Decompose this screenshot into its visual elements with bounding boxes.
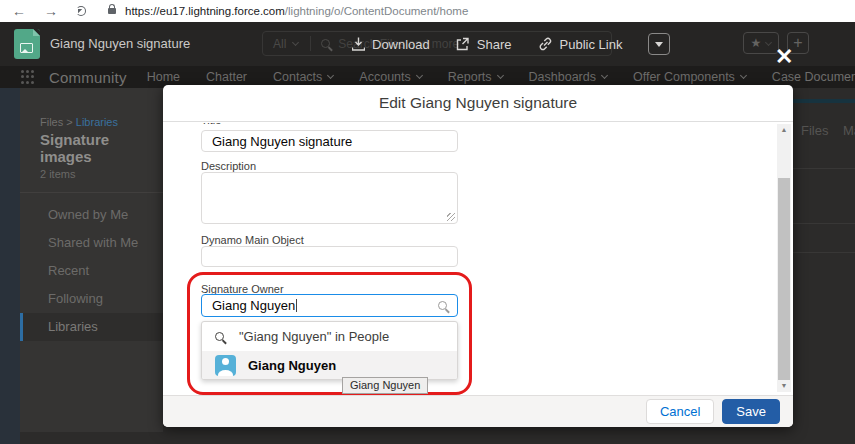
- page-left-gutter: [0, 88, 20, 444]
- nav-tab-case-documents[interactable]: Case Documents: [772, 70, 855, 84]
- table-row-divider: [793, 252, 855, 253]
- title-field-label-clipped: Title: [201, 123, 321, 126]
- image-file-icon: [14, 29, 40, 59]
- modal-title: Edit Giang Nguyen signature: [379, 94, 577, 112]
- star-icon: ★: [751, 36, 762, 50]
- nav-tab-home[interactable]: Home: [147, 70, 180, 84]
- lookup-dropdown: "Giang Nguyen" in People Giang Nguyen: [201, 321, 458, 380]
- public-link-button[interactable]: Public Link: [538, 37, 623, 52]
- modal-scrollbar[interactable]: ▲ ▼: [777, 124, 791, 392]
- search-icon: [438, 301, 447, 310]
- files-filter-list: Owned by Me Shared with Me Recent Follow…: [20, 201, 163, 341]
- chevron-down-icon: [601, 72, 608, 79]
- save-button[interactable]: Save: [722, 399, 780, 424]
- chevron-down-icon: [416, 72, 423, 79]
- chevron-down-icon: [740, 72, 747, 79]
- background-tab-files[interactable]: Files: [801, 123, 828, 138]
- search-scope-label[interactable]: All: [273, 37, 286, 51]
- reload-icon[interactable]: [76, 6, 86, 16]
- nav-tab-chatter[interactable]: Chatter: [206, 70, 247, 84]
- sidebar-item-libraries[interactable]: Libraries: [20, 313, 163, 341]
- hover-tooltip: Giang Nguyen: [342, 377, 428, 394]
- address-bar[interactable]: https://eu17.lightning.force.com/lightni…: [125, 5, 468, 17]
- scroll-up-icon[interactable]: ▲: [777, 124, 791, 136]
- sidebar-item-shared-with-me[interactable]: Shared with Me: [20, 229, 163, 257]
- table-row-divider: [793, 168, 855, 169]
- lock-icon: [108, 8, 116, 14]
- search-icon: [321, 39, 330, 48]
- sidebar-item-owned-by-me[interactable]: Owned by Me: [20, 201, 163, 229]
- app-name: Community: [49, 69, 127, 86]
- modal-header: Edit Giang Nguyen signature: [163, 85, 793, 122]
- table-row-divider: [793, 223, 855, 224]
- nav-tab-reports[interactable]: Reports: [448, 70, 503, 84]
- description-label: Description: [201, 160, 256, 172]
- scroll-down-icon[interactable]: ▼: [777, 380, 791, 392]
- resize-handle[interactable]: [447, 213, 455, 221]
- active-tab-underline: [793, 99, 855, 103]
- screen: ← → https://eu17.lightning.force.com/lig…: [0, 0, 855, 444]
- title-input[interactable]: Giang Nguyen signature: [201, 130, 458, 152]
- cancel-button[interactable]: Cancel: [646, 399, 714, 424]
- nav-tab-offer-components[interactable]: Offer Components: [633, 70, 746, 84]
- nav-tabs: Home Chatter Contacts Accounts Reports D…: [147, 70, 855, 84]
- scrollbar-track[interactable]: [777, 136, 791, 380]
- description-textarea[interactable]: [201, 172, 458, 224]
- chevron-down-icon: [292, 39, 299, 46]
- lookup-option-person[interactable]: Giang Nguyen: [202, 351, 457, 380]
- nav-tab-contacts[interactable]: Contacts: [273, 70, 333, 84]
- caret-down-icon: [655, 42, 663, 51]
- browser-toolbar: ← → https://eu17.lightning.force.com/lig…: [0, 0, 855, 22]
- more-actions-button[interactable]: [648, 33, 670, 55]
- download-button[interactable]: Download: [352, 37, 430, 52]
- dynamo-main-object-label: Dynamo Main Object: [201, 234, 304, 246]
- divider: [20, 192, 163, 193]
- plus-icon: +: [793, 34, 802, 52]
- breadcrumb: Files > Libraries: [20, 88, 163, 128]
- item-count: 2 items: [20, 165, 163, 192]
- sidebar-item-recent[interactable]: Recent: [20, 257, 163, 285]
- chevron-down-icon: [327, 72, 334, 79]
- download-icon: [352, 37, 365, 51]
- files-sidebar: Files > Libraries Signature images 2 ite…: [20, 88, 163, 432]
- share-button[interactable]: Share: [456, 37, 512, 52]
- url-domain: https://eu17.lightning.force.com: [125, 5, 285, 17]
- dynamo-main-object-input[interactable]: [201, 246, 458, 267]
- share-icon: [456, 37, 470, 51]
- back-icon[interactable]: ←: [12, 0, 26, 22]
- file-preview-header: Giang Nguyen signature All Search Files …: [0, 22, 855, 66]
- file-title: Giang Nguyen signature: [50, 36, 190, 51]
- favorite-button[interactable]: ★: [743, 32, 779, 54]
- edit-file-modal: Edit Giang Nguyen signature Title Giang …: [163, 85, 793, 427]
- person-avatar-icon: [215, 355, 236, 376]
- url-path: /lightning/o/ContentDocument/home: [285, 5, 468, 17]
- scrollbar-thumb[interactable]: [778, 178, 790, 380]
- nav-tab-accounts[interactable]: Accounts: [359, 70, 421, 84]
- chevron-down-icon: [497, 72, 504, 79]
- nav-tab-dashboards[interactable]: Dashboards: [529, 70, 607, 84]
- file-actions: Download Share Public Link: [352, 22, 670, 66]
- modal-footer: Cancel Save: [163, 395, 793, 427]
- link-icon: [538, 37, 553, 51]
- app-launcher-icon[interactable]: [21, 70, 34, 85]
- forward-icon[interactable]: →: [44, 0, 58, 22]
- breadcrumb-link-libraries[interactable]: Libraries: [76, 116, 118, 128]
- chevron-down-icon: [765, 38, 772, 45]
- lookup-option-search-in-people[interactable]: "Giang Nguyen" in People: [202, 322, 457, 351]
- library-title: Signature images: [20, 128, 163, 165]
- close-preview-icon[interactable]: ✕: [775, 46, 793, 68]
- sidebar-item-following[interactable]: Following: [20, 285, 163, 313]
- signature-owner-input[interactable]: Giang Nguyen: [201, 294, 458, 317]
- background-tab-made[interactable]: Ma: [843, 123, 855, 138]
- text-cursor: [296, 299, 297, 312]
- modal-body: Title Giang Nguyen signature Description…: [163, 123, 793, 395]
- search-icon: [215, 332, 224, 341]
